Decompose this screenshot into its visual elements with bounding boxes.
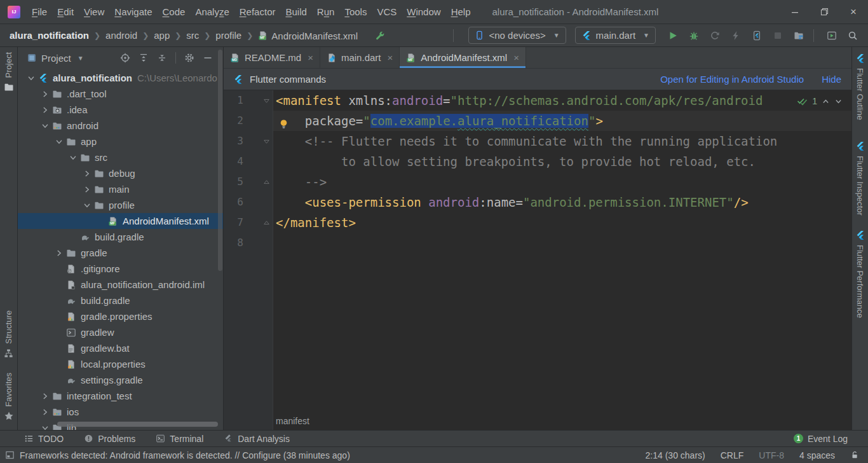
tree-item-alura-notification[interactable]: alura_notificationC:\Users\Leonardo [18,70,223,86]
breadcrumb-item-src[interactable]: src [186,30,200,41]
flutter-wrench-icon[interactable] [375,31,385,41]
close-icon[interactable]: × [387,52,393,63]
profile-button[interactable] [706,27,724,45]
event-log-button[interactable]: 1Event Log [794,434,848,444]
device-explorer-button[interactable] [790,27,808,45]
chevron-right-icon[interactable] [55,249,64,258]
chevron-right-icon[interactable] [41,392,50,401]
breadcrumb-item-app[interactable]: app [153,30,170,41]
sidebar-item-project[interactable]: Project [0,52,17,92]
tree-item-build-gradle[interactable]: build.gradle [18,293,223,308]
toolwindow-dart-analysis[interactable]: Dart Analysis [224,434,290,444]
chevron-down-icon[interactable] [69,153,78,162]
fold-marker-icon[interactable] [259,219,273,226]
tree-item-integration-test[interactable]: integration_test [18,388,223,404]
configure-link[interactable]: Configure [242,450,281,460]
menu-item-analyze[interactable]: Analyze [190,0,234,24]
chevron-down-icon[interactable] [27,74,36,83]
toolwindow-problems[interactable]: Problems [84,434,135,444]
tool-window-switcher-icon[interactable] [5,450,15,460]
sidebar-item-structure[interactable]: Structure [0,310,17,358]
tree-horizontal-scrollbar[interactable] [57,422,218,427]
tree-item-debug[interactable]: debug [18,165,223,181]
tree-item-src[interactable]: src [18,149,223,165]
menu-item-build[interactable]: Build [280,0,311,24]
run-config-selector[interactable]: main.dart ▼ [575,27,656,44]
chevron-right-icon[interactable] [83,185,92,194]
collapse-all-icon[interactable] [157,53,167,63]
menu-item-file[interactable]: File [27,0,52,24]
flutter-attach-button[interactable] [748,27,766,45]
chevron-right-icon[interactable] [83,169,92,178]
breadcrumb-manifest[interactable]: manifest [276,416,309,426]
tree-item-profile[interactable]: profile [18,197,223,213]
tree-item-alura-notification-android-iml[interactable]: alura_notification_android.iml [18,277,223,293]
gear-icon[interactable] [184,53,194,63]
tree-item-dart-tool[interactable]: .dart_tool [18,86,223,102]
fold-marker-icon[interactable] [259,179,273,186]
menu-item-window[interactable]: Window [402,0,445,24]
locate-file-icon[interactable] [120,53,130,63]
tree-item-main[interactable]: main [18,181,223,197]
menu-item-refactor[interactable]: Refactor [234,0,281,24]
breadcrumb-item-androidmanifest-xml[interactable]: MFAndroidManifest.xml [257,29,358,41]
toolwindow-todo[interactable]: TODO [24,434,64,444]
sidebar-item-flutter-outline[interactable]: Flutter Outline [852,53,868,120]
expand-all-icon[interactable] [139,53,149,63]
chevron-down-icon[interactable] [83,201,92,210]
debug-button[interactable] [685,27,703,45]
search-everywhere-button[interactable] [844,27,862,45]
tree-item-idea[interactable]: .idea [18,102,223,118]
encoding-indicator[interactable]: UTF-8 [759,450,784,460]
tab-androidmanifest-xml[interactable]: MFAndroidManifest.xml× [400,47,526,68]
tree-item-gradlew-bat[interactable]: gradlew.bat [18,340,223,356]
caret-position[interactable]: 2:14 (30 chars) [646,450,705,460]
tree-item-settings-gradle[interactable]: settings.gradle [18,372,223,388]
menu-item-run[interactable]: Run [312,0,340,24]
lock-icon[interactable] [850,450,859,460]
tree-vertical-scrollbar[interactable] [218,50,222,271]
tab-main-dart[interactable]: main.dart× [320,47,400,68]
fold-marker-icon[interactable] [259,97,273,104]
tree-item-local-properties[interactable]: local.properties [18,356,223,372]
sidebar-item-flutter-performance[interactable]: Flutter Performance [852,230,868,318]
tree-item-build-gradle[interactable]: build.gradle [18,229,223,245]
close-icon[interactable]: × [513,52,519,63]
hide-panel-icon[interactable] [203,53,213,63]
chevron-down-icon[interactable]: ▼ [78,55,84,62]
menu-item-vcs[interactable]: VCS [372,0,402,24]
chevron-right-icon[interactable] [41,106,50,114]
hot-reload-button[interactable] [727,27,745,45]
chevron-right-icon[interactable] [41,408,50,417]
minimize-button[interactable] [780,0,810,24]
tree-item-gradlew[interactable]: gradlew [18,324,223,340]
tree-item-ios[interactable]: ios [18,404,223,420]
menu-item-help[interactable]: Help [446,0,476,24]
run-anything-button[interactable] [823,27,841,45]
run-button[interactable] [664,27,682,45]
sidebar-item-favorites[interactable]: Favorites [0,373,17,421]
close-icon[interactable]: × [308,52,313,63]
menu-item-code[interactable]: Code [158,0,191,24]
breadcrumb-item-profile[interactable]: profile [215,30,242,41]
open-in-android-studio-link[interactable]: Open for Editing in Android Studio [660,74,804,85]
tab-readme-md[interactable]: MDREADME.md× [224,47,320,68]
code-editor[interactable]: 1 1<manifest xmlns:android="http://schem… [224,90,851,412]
tree-item-gitignore[interactable]: .gitignore [18,261,223,277]
chevron-down-icon[interactable] [41,424,50,431]
chevron-down-icon[interactable] [41,121,50,130]
hide-banner-link[interactable]: Hide [822,74,841,85]
menu-item-tools[interactable]: Tools [339,0,372,24]
tree-item-gradle[interactable]: gradle [18,245,223,261]
line-ending-indicator[interactable]: CRLF [721,450,744,460]
toolwindow-terminal[interactable]: Terminal [156,434,203,444]
device-selector[interactable]: <no devices> ▼ [468,27,566,44]
restore-button[interactable] [810,0,839,24]
project-panel-title[interactable]: Project [41,53,71,64]
breadcrumb-item-alura-notification[interactable]: alura_notification [9,30,90,41]
chevron-right-icon[interactable] [41,90,50,99]
menu-item-edit[interactable]: Edit [52,0,79,24]
chevron-down-icon[interactable] [55,137,64,146]
close-button[interactable]: × [839,0,868,24]
tree-item-app[interactable]: app [18,134,223,149]
